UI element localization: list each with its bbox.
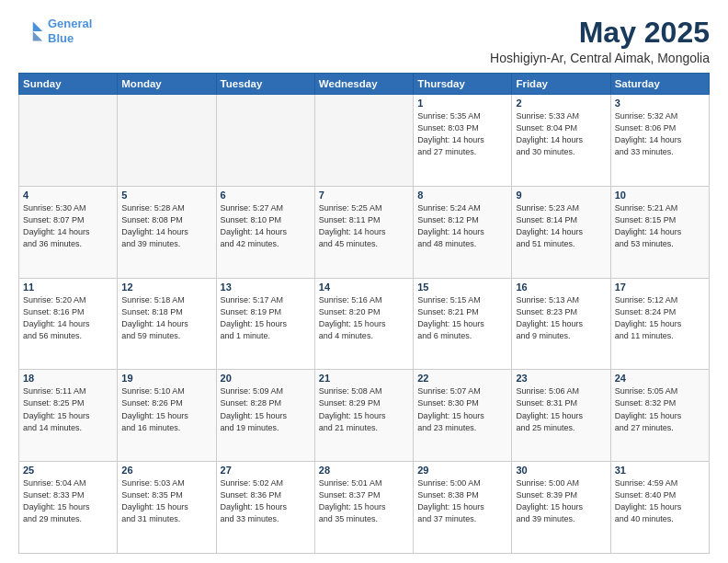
day-info: Sunrise: 5:30 AM Sunset: 8:07 PM Dayligh…	[23, 202, 113, 250]
day-info: Sunrise: 5:25 AM Sunset: 8:11 PM Dayligh…	[319, 202, 409, 250]
day-info: Sunrise: 5:32 AM Sunset: 8:06 PM Dayligh…	[615, 110, 705, 158]
calendar-cell: 25Sunrise: 5:04 AM Sunset: 8:33 PM Dayli…	[19, 462, 118, 554]
day-info: Sunrise: 5:07 AM Sunset: 8:30 PM Dayligh…	[417, 385, 507, 433]
day-info: Sunrise: 5:18 AM Sunset: 8:18 PM Dayligh…	[121, 294, 211, 342]
day-number: 6	[221, 190, 311, 201]
calendar-cell	[118, 95, 216, 187]
calendar-cell	[19, 95, 118, 187]
location-title: Hoshigiyn-Ar, Central Aimak, Mongolia	[490, 51, 710, 65]
day-number: 4	[23, 190, 113, 201]
day-number: 20	[221, 373, 311, 384]
day-info: Sunrise: 4:59 AM Sunset: 8:40 PM Dayligh…	[615, 477, 705, 525]
calendar-cell: 9Sunrise: 5:23 AM Sunset: 8:14 PM Daylig…	[512, 186, 610, 278]
day-number: 13	[221, 282, 311, 293]
day-number: 12	[121, 282, 211, 293]
calendar-cell: 1Sunrise: 5:35 AM Sunset: 8:03 PM Daylig…	[414, 95, 512, 187]
day-number: 28	[319, 465, 409, 476]
calendar-cell: 6Sunrise: 5:27 AM Sunset: 8:10 PM Daylig…	[216, 186, 314, 278]
logo-icon	[18, 18, 44, 44]
header: General Blue May 2025 Hoshigiyn-Ar, Cent…	[18, 17, 710, 65]
day-info: Sunrise: 5:12 AM Sunset: 8:24 PM Dayligh…	[615, 294, 705, 342]
calendar-cell: 20Sunrise: 5:09 AM Sunset: 8:28 PM Dayli…	[216, 370, 314, 462]
calendar-week-3: 11Sunrise: 5:20 AM Sunset: 8:16 PM Dayli…	[19, 278, 710, 370]
logo-text: General Blue	[48, 17, 92, 45]
calendar-cell: 26Sunrise: 5:03 AM Sunset: 8:35 PM Dayli…	[118, 462, 216, 554]
day-number: 24	[615, 373, 705, 384]
calendar-cell: 14Sunrise: 5:16 AM Sunset: 8:20 PM Dayli…	[314, 278, 413, 370]
day-info: Sunrise: 5:24 AM Sunset: 8:12 PM Dayligh…	[417, 202, 507, 250]
calendar-cell: 16Sunrise: 5:13 AM Sunset: 8:23 PM Dayli…	[512, 278, 610, 370]
calendar-week-2: 4Sunrise: 5:30 AM Sunset: 8:07 PM Daylig…	[19, 186, 710, 278]
day-number: 22	[417, 373, 507, 384]
day-number: 17	[615, 282, 705, 293]
day-number: 1	[417, 98, 507, 109]
calendar-table: SundayMondayTuesdayWednesdayThursdayFrid…	[18, 73, 710, 554]
day-number: 19	[121, 373, 211, 384]
calendar-cell: 31Sunrise: 4:59 AM Sunset: 8:40 PM Dayli…	[610, 462, 709, 554]
day-info: Sunrise: 5:35 AM Sunset: 8:03 PM Dayligh…	[417, 110, 507, 158]
calendar-cell: 13Sunrise: 5:17 AM Sunset: 8:19 PM Dayli…	[216, 278, 314, 370]
day-number: 16	[516, 282, 606, 293]
day-number: 3	[615, 98, 705, 109]
calendar-cell: 11Sunrise: 5:20 AM Sunset: 8:16 PM Dayli…	[19, 278, 118, 370]
day-number: 8	[417, 190, 507, 201]
day-number: 29	[417, 465, 507, 476]
calendar-cell: 15Sunrise: 5:15 AM Sunset: 8:21 PM Dayli…	[414, 278, 512, 370]
calendar-week-4: 18Sunrise: 5:11 AM Sunset: 8:25 PM Dayli…	[19, 370, 710, 462]
day-number: 25	[23, 465, 113, 476]
day-info: Sunrise: 5:04 AM Sunset: 8:33 PM Dayligh…	[23, 477, 113, 525]
day-info: Sunrise: 5:33 AM Sunset: 8:04 PM Dayligh…	[516, 110, 606, 158]
day-info: Sunrise: 5:13 AM Sunset: 8:23 PM Dayligh…	[516, 294, 606, 342]
day-number: 23	[516, 373, 606, 384]
day-info: Sunrise: 5:10 AM Sunset: 8:26 PM Dayligh…	[121, 385, 211, 433]
calendar-cell: 3Sunrise: 5:32 AM Sunset: 8:06 PM Daylig…	[610, 95, 709, 187]
weekday-header-friday: Friday	[512, 74, 610, 95]
day-number: 27	[221, 465, 311, 476]
day-number: 30	[516, 465, 606, 476]
day-info: Sunrise: 5:00 AM Sunset: 8:38 PM Dayligh…	[417, 477, 507, 525]
calendar-cell: 7Sunrise: 5:25 AM Sunset: 8:11 PM Daylig…	[314, 186, 413, 278]
day-info: Sunrise: 5:17 AM Sunset: 8:19 PM Dayligh…	[221, 294, 311, 342]
logo: General Blue	[18, 17, 92, 45]
calendar-cell: 12Sunrise: 5:18 AM Sunset: 8:18 PM Dayli…	[118, 278, 216, 370]
calendar-cell: 21Sunrise: 5:08 AM Sunset: 8:29 PM Dayli…	[314, 370, 413, 462]
day-info: Sunrise: 5:00 AM Sunset: 8:39 PM Dayligh…	[516, 477, 606, 525]
day-info: Sunrise: 5:02 AM Sunset: 8:36 PM Dayligh…	[221, 477, 311, 525]
calendar-week-1: 1Sunrise: 5:35 AM Sunset: 8:03 PM Daylig…	[19, 95, 710, 187]
day-info: Sunrise: 5:03 AM Sunset: 8:35 PM Dayligh…	[121, 477, 211, 525]
day-info: Sunrise: 5:06 AM Sunset: 8:31 PM Dayligh…	[516, 385, 606, 433]
calendar-cell: 24Sunrise: 5:05 AM Sunset: 8:32 PM Dayli…	[610, 370, 709, 462]
logo-line2: Blue	[48, 31, 74, 45]
day-number: 15	[417, 282, 507, 293]
calendar-week-5: 25Sunrise: 5:04 AM Sunset: 8:33 PM Dayli…	[19, 462, 710, 554]
calendar-cell	[216, 95, 314, 187]
calendar-cell: 29Sunrise: 5:00 AM Sunset: 8:38 PM Dayli…	[414, 462, 512, 554]
month-title: May 2025	[490, 17, 710, 49]
weekday-header-sunday: Sunday	[19, 74, 118, 95]
logo-line1: General	[48, 17, 92, 30]
calendar-cell: 8Sunrise: 5:24 AM Sunset: 8:12 PM Daylig…	[414, 186, 512, 278]
title-block: May 2025 Hoshigiyn-Ar, Central Aimak, Mo…	[490, 17, 710, 65]
day-info: Sunrise: 5:23 AM Sunset: 8:14 PM Dayligh…	[516, 202, 606, 250]
day-info: Sunrise: 5:20 AM Sunset: 8:16 PM Dayligh…	[23, 294, 113, 342]
calendar-header-row: SundayMondayTuesdayWednesdayThursdayFrid…	[19, 74, 710, 95]
calendar-cell: 27Sunrise: 5:02 AM Sunset: 8:36 PM Dayli…	[216, 462, 314, 554]
day-number: 21	[319, 373, 409, 384]
weekday-header-tuesday: Tuesday	[216, 74, 314, 95]
calendar-cell: 19Sunrise: 5:10 AM Sunset: 8:26 PM Dayli…	[118, 370, 216, 462]
calendar-cell: 18Sunrise: 5:11 AM Sunset: 8:25 PM Dayli…	[19, 370, 118, 462]
day-info: Sunrise: 5:09 AM Sunset: 8:28 PM Dayligh…	[221, 385, 311, 433]
weekday-header-monday: Monday	[118, 74, 216, 95]
day-number: 11	[23, 282, 113, 293]
page: General Blue May 2025 Hoshigiyn-Ar, Cent…	[0, 0, 728, 563]
weekday-header-wednesday: Wednesday	[314, 74, 413, 95]
day-info: Sunrise: 5:05 AM Sunset: 8:32 PM Dayligh…	[615, 385, 705, 433]
day-number: 9	[516, 190, 606, 201]
calendar-cell: 22Sunrise: 5:07 AM Sunset: 8:30 PM Dayli…	[414, 370, 512, 462]
day-info: Sunrise: 5:16 AM Sunset: 8:20 PM Dayligh…	[319, 294, 409, 342]
day-number: 10	[615, 190, 705, 201]
day-info: Sunrise: 5:21 AM Sunset: 8:15 PM Dayligh…	[615, 202, 705, 250]
calendar-cell: 5Sunrise: 5:28 AM Sunset: 8:08 PM Daylig…	[118, 186, 216, 278]
calendar-cell: 30Sunrise: 5:00 AM Sunset: 8:39 PM Dayli…	[512, 462, 610, 554]
calendar-cell: 10Sunrise: 5:21 AM Sunset: 8:15 PM Dayli…	[610, 186, 709, 278]
